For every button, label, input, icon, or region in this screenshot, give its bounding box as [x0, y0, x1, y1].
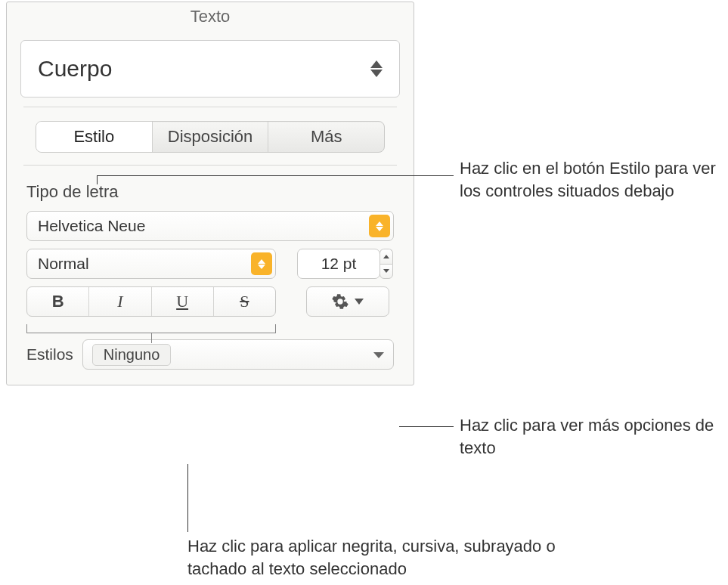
svg-marker-6 [383, 255, 389, 258]
tab-more[interactable]: Más [268, 122, 384, 152]
paragraph-style-label: Cuerpo [38, 56, 112, 82]
text-format-panel: Texto Cuerpo Estilo Disposición Más Tipo… [6, 2, 414, 385]
stepper-up[interactable] [379, 249, 393, 264]
chevron-down-icon [373, 348, 384, 361]
font-size-value: 12 pt [321, 255, 357, 273]
callout-text: Haz clic para ver más opciones de texto [460, 414, 717, 459]
callout-leader-line [399, 426, 454, 427]
callout-text: Haz clic en el botón Estilo para ver los… [460, 157, 717, 202]
paragraph-style-dropdown[interactable]: Cuerpo [20, 40, 400, 98]
svg-marker-3 [376, 227, 383, 231]
svg-marker-4 [258, 259, 265, 264]
tab-layout[interactable]: Disposición [152, 122, 268, 152]
underline-button[interactable]: U [151, 287, 213, 316]
svg-marker-7 [383, 269, 389, 273]
dropdown-arrows-icon [251, 252, 272, 275]
character-styles-value: Ninguno [92, 344, 172, 366]
divider [23, 107, 397, 107]
chevron-updown-icon [370, 60, 383, 77]
callout-leader-line [97, 175, 98, 184]
callout-bracket [26, 324, 276, 333]
font-weight-value: Normal [38, 255, 89, 273]
callout-leader-line [187, 464, 188, 532]
svg-marker-5 [258, 265, 265, 269]
tab-segmented-control: Estilo Disposición Más [36, 121, 385, 153]
callout-leader-line [97, 175, 454, 176]
advanced-options-button[interactable] [306, 286, 389, 317]
font-weight-select[interactable]: Normal [26, 249, 276, 279]
strikethrough-button[interactable]: S [213, 287, 275, 316]
bold-button[interactable]: B [27, 287, 88, 316]
divider [23, 165, 397, 166]
character-styles-select[interactable]: Ninguno [82, 339, 394, 370]
svg-marker-0 [370, 60, 383, 68]
font-family-select[interactable]: Helvetica Neue [26, 211, 394, 241]
callout-text: Haz clic para aplicar negrita, cursiva, … [187, 535, 565, 580]
gear-icon [332, 293, 349, 310]
text-style-group: B I U S [26, 286, 276, 317]
chevron-down-icon [355, 299, 364, 305]
stepper-down[interactable] [379, 264, 393, 280]
font-size-field[interactable]: 12 pt [297, 249, 380, 279]
tab-style[interactable]: Estilo [36, 122, 152, 152]
svg-marker-2 [376, 221, 383, 226]
font-size-stepper [379, 249, 393, 279]
svg-marker-9 [373, 352, 384, 358]
character-styles-label: Estilos [26, 345, 73, 364]
font-family-value: Helvetica Neue [38, 217, 145, 235]
italic-button[interactable]: I [88, 287, 150, 316]
svg-marker-1 [370, 70, 383, 77]
svg-marker-8 [355, 299, 364, 305]
dropdown-arrows-icon [369, 215, 390, 237]
panel-title: Texto [7, 2, 414, 34]
